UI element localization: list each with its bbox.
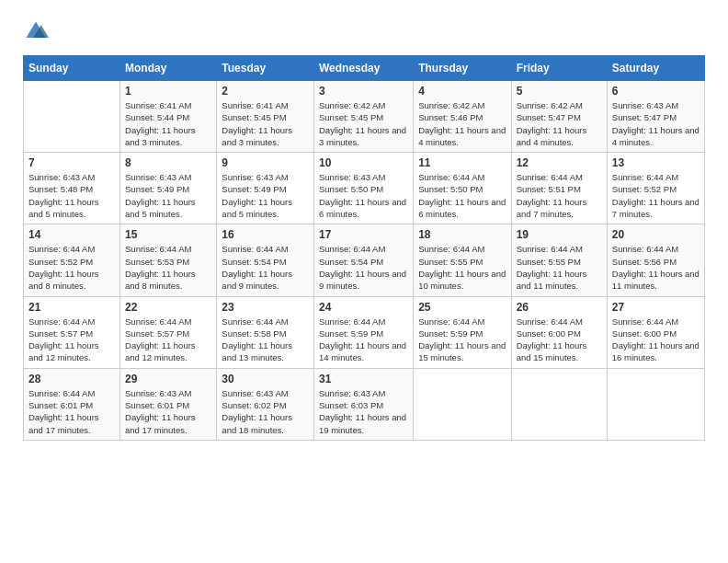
day-cell: 1 Sunrise: 6:41 AMSunset: 5:44 PMDayligh…: [120, 81, 217, 153]
day-cell: 2 Sunrise: 6:41 AMSunset: 5:45 PMDayligh…: [217, 81, 314, 153]
day-number: 10: [319, 156, 408, 169]
day-cell: 16 Sunrise: 6:44 AMSunset: 5:54 PMDaylig…: [217, 224, 314, 296]
day-number: 11: [418, 156, 506, 169]
day-info: Sunrise: 6:41 AMSunset: 5:45 PMDaylight:…: [222, 99, 309, 148]
week-row-2: 7 Sunrise: 6:43 AMSunset: 5:48 PMDayligh…: [24, 153, 705, 224]
day-info: Sunrise: 6:44 AMSunset: 5:53 PMDaylight:…: [125, 243, 211, 292]
day-info: Sunrise: 6:44 AMSunset: 5:50 PMDaylight:…: [418, 171, 506, 220]
day-number: 22: [125, 301, 211, 314]
header-cell-sunday: Sunday: [24, 56, 120, 81]
day-cell: [414, 368, 511, 440]
day-number: 13: [612, 156, 700, 169]
day-info: Sunrise: 6:44 AMSunset: 5:52 PMDaylight:…: [612, 171, 700, 220]
day-cell: 15 Sunrise: 6:44 AMSunset: 5:53 PMDaylig…: [120, 224, 217, 296]
day-number: 16: [222, 228, 309, 241]
day-number: 8: [125, 156, 211, 169]
day-cell: 11 Sunrise: 6:44 AMSunset: 5:50 PMDaylig…: [414, 153, 511, 224]
day-number: 18: [418, 228, 506, 241]
header-cell-monday: Monday: [120, 56, 217, 81]
day-cell: [24, 81, 120, 153]
day-cell: 3 Sunrise: 6:42 AMSunset: 5:45 PMDayligh…: [313, 81, 413, 153]
day-cell: 31 Sunrise: 6:43 AMSunset: 6:03 PMDaylig…: [313, 368, 413, 440]
day-cell: 26 Sunrise: 6:44 AMSunset: 6:00 PMDaylig…: [511, 296, 607, 368]
day-info: Sunrise: 6:44 AMSunset: 6:00 PMDaylight:…: [517, 316, 602, 364]
header-cell-thursday: Thursday: [414, 56, 511, 81]
day-cell: 17 Sunrise: 6:44 AMSunset: 5:54 PMDaylig…: [313, 224, 413, 296]
day-cell: 19 Sunrise: 6:44 AMSunset: 5:55 PMDaylig…: [511, 224, 607, 296]
day-info: Sunrise: 6:44 AMSunset: 5:59 PMDaylight:…: [319, 316, 408, 364]
day-info: Sunrise: 6:42 AMSunset: 5:45 PMDaylight:…: [319, 99, 408, 148]
day-cell: 7 Sunrise: 6:43 AMSunset: 5:48 PMDayligh…: [24, 153, 120, 224]
day-cell: 29 Sunrise: 6:43 AMSunset: 6:01 PMDaylig…: [120, 368, 217, 440]
day-cell: 21 Sunrise: 6:44 AMSunset: 5:57 PMDaylig…: [24, 296, 120, 368]
day-number: 9: [222, 156, 309, 169]
day-cell: 25 Sunrise: 6:44 AMSunset: 5:59 PMDaylig…: [414, 296, 511, 368]
logo: [23, 18, 52, 44]
day-number: 14: [28, 228, 115, 241]
day-number: 20: [612, 228, 700, 241]
day-number: 12: [517, 156, 602, 169]
day-number: 15: [125, 228, 211, 241]
day-info: Sunrise: 6:44 AMSunset: 6:00 PMDaylight:…: [612, 316, 700, 364]
header-cell-saturday: Saturday: [607, 56, 704, 81]
header-row: SundayMondayTuesdayWednesdayThursdayFrid…: [24, 56, 705, 81]
day-info: Sunrise: 6:44 AMSunset: 5:54 PMDaylight:…: [319, 243, 408, 292]
header-cell-friday: Friday: [511, 56, 607, 81]
week-row-5: 28 Sunrise: 6:44 AMSunset: 6:01 PMDaylig…: [24, 368, 705, 440]
day-info: Sunrise: 6:43 AMSunset: 5:49 PMDaylight:…: [222, 171, 309, 220]
day-info: Sunrise: 6:44 AMSunset: 5:54 PMDaylight:…: [222, 243, 309, 292]
day-number: 24: [319, 301, 408, 314]
day-cell: 30 Sunrise: 6:43 AMSunset: 6:02 PMDaylig…: [217, 368, 314, 440]
day-cell: 5 Sunrise: 6:42 AMSunset: 5:47 PMDayligh…: [511, 81, 607, 153]
day-cell: 9 Sunrise: 6:43 AMSunset: 5:49 PMDayligh…: [217, 153, 314, 224]
day-number: 23: [222, 301, 309, 314]
day-cell: 6 Sunrise: 6:43 AMSunset: 5:47 PMDayligh…: [607, 81, 704, 153]
day-cell: [607, 368, 704, 440]
day-info: Sunrise: 6:44 AMSunset: 5:55 PMDaylight:…: [418, 243, 506, 292]
day-number: 30: [222, 373, 309, 385]
day-info: Sunrise: 6:43 AMSunset: 6:03 PMDaylight:…: [319, 387, 408, 436]
day-cell: 8 Sunrise: 6:43 AMSunset: 5:49 PMDayligh…: [120, 153, 217, 224]
day-info: Sunrise: 6:43 AMSunset: 5:49 PMDaylight:…: [125, 171, 211, 220]
day-cell: [511, 368, 607, 440]
day-cell: 20 Sunrise: 6:44 AMSunset: 5:56 PMDaylig…: [607, 224, 704, 296]
week-row-4: 21 Sunrise: 6:44 AMSunset: 5:57 PMDaylig…: [24, 296, 705, 368]
day-cell: 28 Sunrise: 6:44 AMSunset: 6:01 PMDaylig…: [24, 368, 120, 440]
day-info: Sunrise: 6:44 AMSunset: 5:57 PMDaylight:…: [125, 316, 211, 364]
day-cell: 12 Sunrise: 6:44 AMSunset: 5:51 PMDaylig…: [511, 153, 607, 224]
day-cell: 22 Sunrise: 6:44 AMSunset: 5:57 PMDaylig…: [120, 296, 217, 368]
calendar-body: 1 Sunrise: 6:41 AMSunset: 5:44 PMDayligh…: [24, 81, 705, 441]
header: [23, 18, 705, 44]
day-info: Sunrise: 6:44 AMSunset: 5:51 PMDaylight:…: [517, 171, 602, 220]
day-cell: 27 Sunrise: 6:44 AMSunset: 6:00 PMDaylig…: [607, 296, 704, 368]
day-number: 3: [319, 85, 408, 98]
logo-icon: [23, 18, 49, 44]
day-cell: 13 Sunrise: 6:44 AMSunset: 5:52 PMDaylig…: [607, 153, 704, 224]
day-number: 25: [418, 301, 506, 314]
day-info: Sunrise: 6:43 AMSunset: 5:48 PMDaylight:…: [28, 171, 115, 220]
day-cell: 18 Sunrise: 6:44 AMSunset: 5:55 PMDaylig…: [414, 224, 511, 296]
calendar-table: SundayMondayTuesdayWednesdayThursdayFrid…: [23, 55, 705, 441]
day-info: Sunrise: 6:42 AMSunset: 5:47 PMDaylight:…: [517, 99, 602, 148]
day-number: 1: [125, 85, 211, 98]
day-cell: 24 Sunrise: 6:44 AMSunset: 5:59 PMDaylig…: [313, 296, 413, 368]
day-info: Sunrise: 6:44 AMSunset: 5:55 PMDaylight:…: [517, 243, 602, 292]
day-info: Sunrise: 6:43 AMSunset: 5:47 PMDaylight:…: [612, 99, 700, 148]
day-number: 21: [28, 301, 115, 314]
week-row-3: 14 Sunrise: 6:44 AMSunset: 5:52 PMDaylig…: [24, 224, 705, 296]
day-cell: 4 Sunrise: 6:42 AMSunset: 5:46 PMDayligh…: [414, 81, 511, 153]
day-number: 4: [418, 85, 506, 98]
day-info: Sunrise: 6:44 AMSunset: 5:52 PMDaylight:…: [28, 243, 115, 292]
day-info: Sunrise: 6:44 AMSunset: 6:01 PMDaylight:…: [28, 387, 115, 436]
day-info: Sunrise: 6:43 AMSunset: 5:50 PMDaylight:…: [319, 171, 408, 220]
day-number: 19: [517, 228, 602, 241]
day-info: Sunrise: 6:43 AMSunset: 6:02 PMDaylight:…: [222, 387, 309, 436]
page: SundayMondayTuesdayWednesdayThursdayFrid…: [0, 0, 728, 563]
week-row-1: 1 Sunrise: 6:41 AMSunset: 5:44 PMDayligh…: [24, 81, 705, 153]
day-number: 6: [612, 85, 700, 98]
calendar-header: SundayMondayTuesdayWednesdayThursdayFrid…: [24, 56, 705, 81]
day-number: 2: [222, 85, 309, 98]
day-cell: 10 Sunrise: 6:43 AMSunset: 5:50 PMDaylig…: [313, 153, 413, 224]
day-number: 26: [517, 301, 602, 314]
day-cell: 14 Sunrise: 6:44 AMSunset: 5:52 PMDaylig…: [24, 224, 120, 296]
